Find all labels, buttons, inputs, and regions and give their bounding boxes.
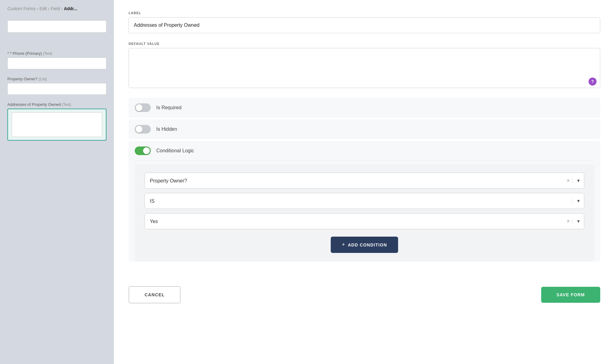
add-condition-label: ADD CONDITION [348,242,387,247]
is-required-knob [136,104,142,111]
default-value-textarea[interactable] [129,48,600,88]
is-required-toggle[interactable] [135,103,151,112]
default-value-field-group: DEFAULT VALUE ? [129,42,600,89]
conditional-logic-knob [143,147,150,154]
is-hidden-section: Is Hidden [129,119,600,139]
bg-property-owner-field: Property Owner? (List) [7,77,106,95]
operator-selector-wrapper: IS ▼ [145,193,584,209]
bg-phone-field: * * Phone (Primary) (Text) [7,51,106,69]
field-selector-clear-icon[interactable]: × [564,178,573,184]
add-condition-button[interactable]: + ADD CONDITION [331,237,398,253]
label-input[interactable] [129,17,600,33]
field-selector[interactable]: Property Owner? [145,173,584,189]
value-selector-clear-icon[interactable]: × [564,218,573,225]
field-selector-wrapper: Property Owner? × ▼ [145,173,584,189]
conditional-logic-content: Property Owner? × ▼ IS ▼ [135,164,594,262]
conditional-logic-toggle[interactable] [135,146,151,155]
overlay-panel: LABEL DEFAULT VALUE ? Is Required Is Hid… [114,0,615,364]
bg-addresses-field: Addresses of Property Owned (Text) [7,102,106,141]
conditional-logic-section: Conditional Logic Property Owner? × ▼ [129,141,600,262]
operator-selector-row: IS ▼ [145,193,584,209]
value-selector[interactable]: Yes [145,213,584,229]
is-hidden-knob [136,126,142,133]
cancel-button[interactable]: CANCEL [129,286,181,303]
is-required-section: Is Required [129,98,600,118]
label-field-group: LABEL [129,11,600,33]
footer-actions: CANCEL SAVE FORM [129,280,600,303]
label-field-label: LABEL [129,11,600,15]
save-form-button[interactable]: SAVE FORM [541,287,600,303]
default-value-label: DEFAULT VALUE [129,42,600,46]
conditional-logic-row: Conditional Logic [135,141,594,161]
value-selector-wrapper: Yes × ▼ [145,213,584,229]
value-selector-row: Yes × ▼ [145,213,584,229]
is-required-row: Is Required [135,98,594,118]
is-hidden-toggle[interactable] [135,125,151,134]
breadcrumb: Custom Forms › Edit › Field › Addr... [7,6,106,11]
field-selector-row: Property Owner? × ▼ [145,173,584,189]
default-value-wrapper: ? [129,48,600,89]
help-icon[interactable]: ? [589,78,597,86]
conditional-logic-label: Conditional Logic [156,148,194,154]
background-panel: Custom Forms › Edit › Field › Addr... * … [0,0,114,364]
is-hidden-label: Is Hidden [156,126,177,132]
is-hidden-row: Is Hidden [135,119,594,139]
is-required-label: Is Required [156,105,182,110]
plus-icon: + [342,242,345,248]
operator-selector[interactable]: IS [145,193,584,209]
